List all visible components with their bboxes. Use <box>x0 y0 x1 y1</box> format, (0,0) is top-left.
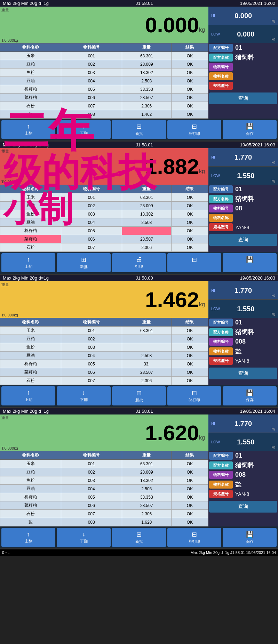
weight-tare-1: T:0.000kg <box>1 38 18 42</box>
table-row: 盐0081.620OK <box>0 518 208 526</box>
weight-value-1: 0.000 <box>145 14 199 36</box>
table-cell: 石粉 <box>0 510 61 518</box>
action-btn-0[interactable]: ↑ 上翻 <box>1 386 55 405</box>
query-button-4[interactable]: 查询 <box>209 501 277 513</box>
query-button-1[interactable]: 查询 <box>209 92 277 104</box>
low-label-1: LOW <box>211 32 220 36</box>
weight-section-1: 重量 T:0.000kg 0.000 kg HI 0.000 kg LOW 0.… <box>0 7 278 43</box>
table-cell: 玉米 <box>0 327 61 335</box>
table-row: 豆油0042.508OK <box>0 77 208 85</box>
table-cell: 玉米 <box>0 193 61 202</box>
info-row-4: 规格型号 YAN-8 <box>209 357 277 365</box>
info-row-3: 物料名称 盐 <box>209 480 277 489</box>
action-btn-4[interactable]: 💾 保存 <box>223 386 277 405</box>
topbar-center-4: J1.58.01 <box>136 409 153 414</box>
table-cell: 28.507 <box>122 235 171 243</box>
table-cell: 007 <box>61 510 122 518</box>
topbar-center-2: J1.58.01 <box>136 142 153 147</box>
info-label-4: 规格型号 <box>209 490 233 498</box>
hi-label-4: HI <box>211 421 215 426</box>
low-section-4: LOW 1.550 kg <box>208 433 278 451</box>
table-row: 豆油0042.508OK <box>0 352 208 360</box>
table-section-4: 物料名称物料编号重量结果 玉米00163.301OK豆粕00228.009OK鱼… <box>0 451 278 526</box>
action-btn-3[interactable]: ⊟ 补打印 <box>167 386 221 405</box>
top-bar-4: Max 2kg Min 20g d=1g J1.58.01 19/05/2021… <box>0 408 278 414</box>
action-btn-0[interactable]: ↑ 上翻 <box>1 120 55 139</box>
table-cell: 豆油 <box>0 218 61 227</box>
table-cell: 2.508 <box>122 352 171 360</box>
weight-tare-3: T:0.000kg <box>1 313 18 317</box>
panel-1: Max 2kg Min 20g d=1g J1.58.01 19/05/2021… <box>0 0 278 142</box>
table-cell: OK <box>171 210 208 218</box>
info-row-1: 配方名称 猪饲料 <box>209 195 277 203</box>
table-cell: 006 <box>61 501 122 510</box>
table-cell: 1.620 <box>122 518 171 526</box>
action-btn-3[interactable]: ⊟ <box>167 253 221 272</box>
btn-icon-4: 💾 <box>246 389 254 397</box>
btn-label-0: 上翻 <box>25 397 32 402</box>
table-row: 玉米00163.301OK <box>0 327 208 335</box>
table-cell: 28.507 <box>122 368 171 377</box>
weight-tare-4: T:0.000kg <box>1 446 18 450</box>
action-btn-4[interactable]: 💾 保存 <box>223 120 277 139</box>
info-value-2: 008 <box>234 338 277 345</box>
table-cell: OK <box>171 193 208 202</box>
info-value-1: 猪饲料 <box>234 53 277 62</box>
info-value-2: 08 <box>234 205 277 212</box>
action-btn-0[interactable]: ↑ 上翻 <box>1 528 55 547</box>
table-cell: 005 <box>61 85 122 94</box>
table-cell: 28.009 <box>122 60 171 69</box>
table-cell: 豆油 <box>0 352 61 360</box>
info-value-1: 猪饲料 <box>234 328 277 336</box>
table-right-3: 配方编号 01 配方名称 猪饲料 物料编号 008 物料名称 盐 规格型号 YA… <box>208 318 278 385</box>
table-header: 结果 <box>171 43 208 52</box>
table-row: 豆油0042.508OK <box>0 485 208 493</box>
table-cell: 盐 <box>0 110 61 119</box>
weight-unit-1: kg <box>199 27 205 36</box>
action-btn-1[interactable]: ↓ 下翻 <box>57 386 111 405</box>
action-btn-2[interactable]: 🖨 打印 <box>112 253 166 272</box>
action-btn-2[interactable]: ⊞ 新批 <box>112 386 166 405</box>
table-cell: OK <box>171 94 208 102</box>
action-btn-1[interactable]: ↓ 下翻 <box>57 120 111 139</box>
info-value-4: YAN-8 <box>234 225 277 230</box>
low-section-1: LOW 0.000 kg <box>208 25 278 43</box>
action-btn-4[interactable]: 💾 <box>223 253 277 272</box>
query-button-3[interactable]: 查询 <box>209 368 277 379</box>
table-header: 物料名称 <box>0 43 61 52</box>
table-cell: 002 <box>61 335 122 343</box>
action-btn-2[interactable]: ⊞ 新批 <box>112 528 166 547</box>
action-btn-2[interactable]: ⊞ 新批 <box>112 120 166 139</box>
table-cell: OK <box>171 60 208 69</box>
hi-unit-2: kg <box>271 160 275 165</box>
btn-icon-4: 💾 <box>246 123 254 130</box>
info-row-3: 物料名称 <box>209 72 277 80</box>
btn-icon-1: ↓ <box>82 123 85 130</box>
table-cell: OK <box>171 377 208 385</box>
hi-unit-1: kg <box>271 19 275 23</box>
table-header: 物料编号 <box>61 185 122 193</box>
table-row: 豆粕00228.009OK <box>0 468 208 476</box>
btn-row-3: ↑ 上翻 ↓ 下翻 ⊞ 新批 ⊟ 补打印 💾 保存 <box>0 385 278 407</box>
table-cell: 石粉 <box>0 243 61 252</box>
action-btn-3[interactable]: ⊟ 补打印 <box>167 528 221 547</box>
table-row: 玉米00163.301OK <box>0 193 208 202</box>
action-btn-4[interactable]: 💾 保存 <box>223 528 277 547</box>
action-btn-1[interactable]: ↓ 下翻 <box>57 528 111 547</box>
action-btn-3[interactable]: ⊟ 补打印 <box>167 120 221 139</box>
query-button-2[interactable]: 查询 <box>209 234 277 246</box>
table-cell: 豆油 <box>0 77 61 85</box>
table-cell: 13.302 <box>122 476 171 485</box>
action-btn-0[interactable]: ↑ 上翻 <box>1 253 55 272</box>
info-row-2: 物料编号 008 <box>209 338 277 346</box>
topbar-right-1: 19/05/2021 16:02 <box>240 1 275 6</box>
btn-icon-0: ↑ <box>27 389 30 396</box>
table-section-1: 物料名称物料编号重量结果 玉米00163.301OK豆粕00228.009OK鱼… <box>0 43 278 119</box>
info-label-0: 配方编号 <box>209 185 233 193</box>
action-btn-1[interactable]: ⊞ 新批 <box>57 253 111 272</box>
btn-icon-2: ⊞ <box>136 123 142 130</box>
table-cell: 鱼粉 <box>0 210 61 218</box>
table-cell: 2.508 <box>122 218 171 227</box>
table-cell: 004 <box>61 352 122 360</box>
table-cell: 28.507 <box>122 94 171 102</box>
